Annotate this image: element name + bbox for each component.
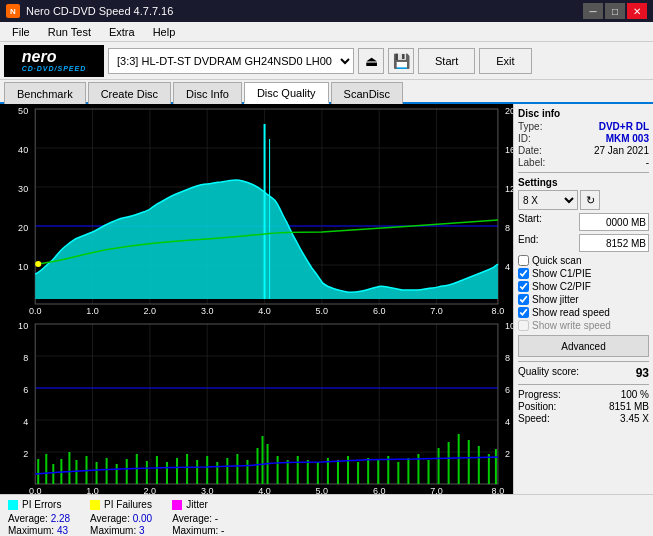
progress-label: Progress: bbox=[518, 389, 561, 400]
jitter-row[interactable]: Show jitter bbox=[518, 294, 649, 305]
c2pif-checkbox[interactable] bbox=[518, 281, 529, 292]
menu-file[interactable]: File bbox=[4, 24, 38, 40]
tab-scan-disc[interactable]: ScanDisc bbox=[331, 82, 403, 104]
c2pif-label: Show C2/PIF bbox=[532, 281, 591, 292]
read-speed-row[interactable]: Show read speed bbox=[518, 307, 649, 318]
settings-title: Settings bbox=[518, 177, 649, 188]
start-label: Start: bbox=[518, 213, 542, 231]
speed-select[interactable]: 8 X bbox=[518, 190, 578, 210]
svg-rect-70 bbox=[216, 462, 218, 484]
close-button[interactable]: ✕ bbox=[627, 3, 647, 19]
start-button[interactable]: Start bbox=[418, 48, 475, 74]
svg-text:2: 2 bbox=[505, 449, 510, 459]
svg-rect-63 bbox=[146, 461, 148, 484]
jitter-checkbox[interactable] bbox=[518, 294, 529, 305]
svg-text:10: 10 bbox=[505, 321, 513, 331]
exit-button[interactable]: Exit bbox=[479, 48, 531, 74]
pi-failures-label: PI Failures bbox=[104, 499, 152, 510]
svg-rect-66 bbox=[176, 458, 178, 484]
svg-rect-90 bbox=[407, 458, 409, 484]
logo-sub: CD·DVD/SPEED bbox=[22, 65, 87, 72]
svg-rect-72 bbox=[236, 454, 238, 484]
position-row: Position: 8151 MB bbox=[518, 401, 649, 412]
disc-label-row: Label: - bbox=[518, 157, 649, 168]
svg-rect-97 bbox=[478, 446, 480, 484]
tab-create-disc[interactable]: Create Disc bbox=[88, 82, 171, 104]
save-button[interactable]: 💾 bbox=[388, 48, 414, 74]
svg-rect-80 bbox=[307, 460, 309, 484]
svg-text:8.0: 8.0 bbox=[492, 306, 505, 316]
svg-rect-60 bbox=[116, 464, 118, 484]
maximize-button[interactable]: □ bbox=[605, 3, 625, 19]
pi-errors-header: PI Errors bbox=[8, 499, 70, 510]
menu-run-test[interactable]: Run Test bbox=[40, 24, 99, 40]
pi-failures-header: PI Failures bbox=[90, 499, 152, 510]
write-speed-row[interactable]: Show write speed bbox=[518, 320, 649, 331]
svg-text:6.0: 6.0 bbox=[373, 486, 386, 494]
svg-text:5.0: 5.0 bbox=[316, 306, 329, 316]
svg-text:6: 6 bbox=[23, 385, 28, 395]
svg-text:6.0: 6.0 bbox=[373, 306, 386, 316]
jitter-color bbox=[172, 500, 182, 510]
start-input[interactable] bbox=[579, 213, 649, 231]
svg-rect-59 bbox=[106, 458, 108, 484]
svg-rect-79 bbox=[297, 456, 299, 484]
menubar: File Run Test Extra Help bbox=[0, 22, 653, 42]
svg-text:5.0: 5.0 bbox=[316, 486, 329, 494]
menu-extra[interactable]: Extra bbox=[101, 24, 143, 40]
end-label: End: bbox=[518, 234, 539, 252]
svg-text:8: 8 bbox=[505, 223, 510, 233]
id-value: MKM 003 bbox=[606, 133, 649, 144]
write-speed-checkbox[interactable] bbox=[518, 320, 529, 331]
svg-text:1.0: 1.0 bbox=[86, 486, 99, 494]
svg-text:7.0: 7.0 bbox=[430, 306, 443, 316]
read-speed-label: Show read speed bbox=[532, 307, 610, 318]
c2pif-row[interactable]: Show C2/PIF bbox=[518, 281, 649, 292]
eject-button[interactable]: ⏏ bbox=[358, 48, 384, 74]
pi-errors-avg-label: Average: bbox=[8, 513, 48, 524]
svg-text:6: 6 bbox=[505, 385, 510, 395]
svg-rect-83 bbox=[337, 460, 339, 484]
svg-rect-77 bbox=[277, 456, 279, 484]
quick-scan-label: Quick scan bbox=[532, 255, 581, 266]
c1pie-checkbox[interactable] bbox=[518, 268, 529, 279]
jitter-avg-label: Average: bbox=[172, 513, 212, 524]
svg-point-17 bbox=[35, 261, 41, 267]
svg-rect-87 bbox=[377, 460, 379, 484]
end-input[interactable] bbox=[579, 234, 649, 252]
pi-errors-max-label: Maximum: bbox=[8, 525, 54, 536]
write-speed-label: Show write speed bbox=[532, 320, 611, 331]
type-value: DVD+R DL bbox=[599, 121, 649, 132]
pi-errors-max-row: Maximum: 43 bbox=[8, 525, 70, 536]
pi-errors-avg-row: Average: 2.28 bbox=[8, 513, 70, 524]
divider-2 bbox=[518, 361, 649, 362]
label-value: - bbox=[646, 157, 649, 168]
date-value: 27 Jan 2021 bbox=[594, 145, 649, 156]
titlebar-controls[interactable]: ─ □ ✕ bbox=[583, 3, 647, 19]
svg-text:7.0: 7.0 bbox=[430, 486, 443, 494]
jitter-group: Jitter Average: - Maximum: - PO failures… bbox=[172, 499, 230, 536]
refresh-button[interactable]: ↻ bbox=[580, 190, 600, 210]
read-speed-checkbox[interactable] bbox=[518, 307, 529, 318]
c1pie-row[interactable]: Show C1/PIE bbox=[518, 268, 649, 279]
svg-text:3.0: 3.0 bbox=[201, 306, 214, 316]
drive-select[interactable]: [3:3] HL-DT-ST DVDRAM GH24NSD0 LH00 bbox=[108, 48, 354, 74]
pi-errors-group: PI Errors Average: 2.28 Maximum: 43 Tota… bbox=[8, 499, 70, 536]
quick-scan-checkbox[interactable] bbox=[518, 255, 529, 266]
speed-row: 8 X ↻ bbox=[518, 190, 649, 210]
minimize-button[interactable]: ─ bbox=[583, 3, 603, 19]
svg-text:10: 10 bbox=[18, 321, 28, 331]
svg-rect-61 bbox=[126, 459, 128, 484]
advanced-button[interactable]: Advanced bbox=[518, 335, 649, 357]
tab-disc-info[interactable]: Disc Info bbox=[173, 82, 242, 104]
pi-failures-group: PI Failures Average: 0.00 Maximum: 3 Tot… bbox=[90, 499, 152, 536]
jitter-stat-label: Jitter bbox=[186, 499, 208, 510]
progress-row: Progress: 100 % bbox=[518, 389, 649, 400]
quick-scan-row[interactable]: Quick scan bbox=[518, 255, 649, 266]
tab-disc-quality[interactable]: Disc Quality bbox=[244, 82, 329, 104]
nero-logo: nero CD·DVD/SPEED bbox=[4, 45, 104, 77]
date-label: Date: bbox=[518, 145, 542, 156]
pi-errors-label: PI Errors bbox=[22, 499, 61, 510]
menu-help[interactable]: Help bbox=[145, 24, 184, 40]
tab-benchmark[interactable]: Benchmark bbox=[4, 82, 86, 104]
